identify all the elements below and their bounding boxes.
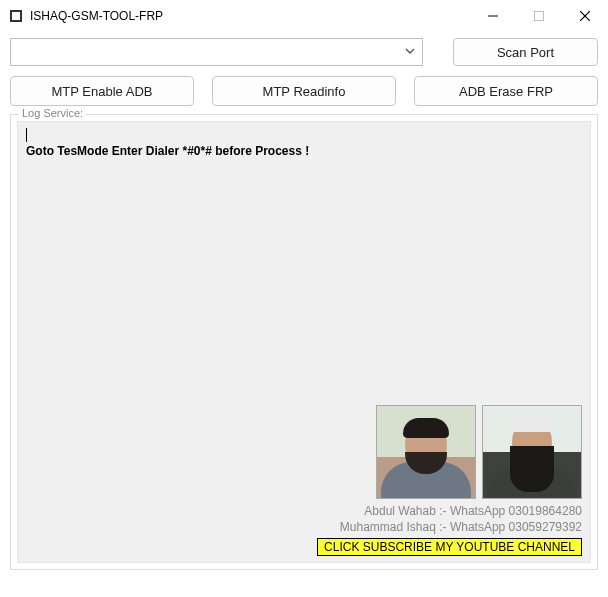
maximize-button[interactable]	[516, 0, 562, 32]
scan-port-button[interactable]: Scan Port	[453, 38, 598, 66]
contact-line-1: Abdul Wahab :- WhatsApp 03019864280	[317, 503, 582, 519]
app-icon	[8, 8, 24, 24]
port-combobox[interactable]	[10, 38, 423, 66]
button-label: MTP Enable ADB	[52, 84, 153, 99]
close-button[interactable]	[562, 0, 608, 32]
mtp-readinfo-button[interactable]: MTP Readinfo	[212, 76, 396, 106]
log-message: Goto TesMode Enter Dialer *#0*# before P…	[26, 144, 582, 158]
svg-rect-3	[535, 12, 544, 21]
window-controls	[470, 0, 608, 32]
credits-panel: Abdul Wahab :- WhatsApp 03019864280 Muha…	[317, 405, 582, 556]
top-row: Scan Port	[10, 38, 598, 66]
adb-erase-frp-button[interactable]: ADB Erase FRP	[414, 76, 598, 106]
text-cursor	[26, 128, 27, 142]
titlebar: ISHAQ-GSM-TOOL-FRP	[0, 0, 608, 32]
button-label: MTP Readinfo	[263, 84, 346, 99]
author-photo-2	[482, 405, 582, 499]
chevron-down-icon	[404, 45, 416, 60]
button-label: Scan Port	[497, 45, 554, 60]
mtp-enable-adb-button[interactable]: MTP Enable ADB	[10, 76, 194, 106]
svg-rect-1	[12, 12, 20, 20]
contact-line-2: Muhammad Ishaq :- WhatsApp 03059279392	[317, 519, 582, 535]
subscribe-link[interactable]: CLICK SUBSCRIBE MY YOUTUBE CHANNEL	[317, 538, 582, 556]
author-photo-1	[376, 405, 476, 499]
log-legend: Log Service:	[19, 107, 86, 119]
action-row: MTP Enable ADB MTP Readinfo ADB Erase FR…	[10, 76, 598, 106]
photo-row	[317, 405, 582, 499]
window-title: ISHAQ-GSM-TOOL-FRP	[30, 9, 163, 23]
button-label: ADB Erase FRP	[459, 84, 553, 99]
log-textarea[interactable]: Goto TesMode Enter Dialer *#0*# before P…	[17, 121, 591, 563]
minimize-button[interactable]	[470, 0, 516, 32]
content-area: Scan Port MTP Enable ADB MTP Readinfo AD…	[0, 32, 608, 580]
log-fieldset: Log Service: Goto TesMode Enter Dialer *…	[10, 114, 598, 570]
